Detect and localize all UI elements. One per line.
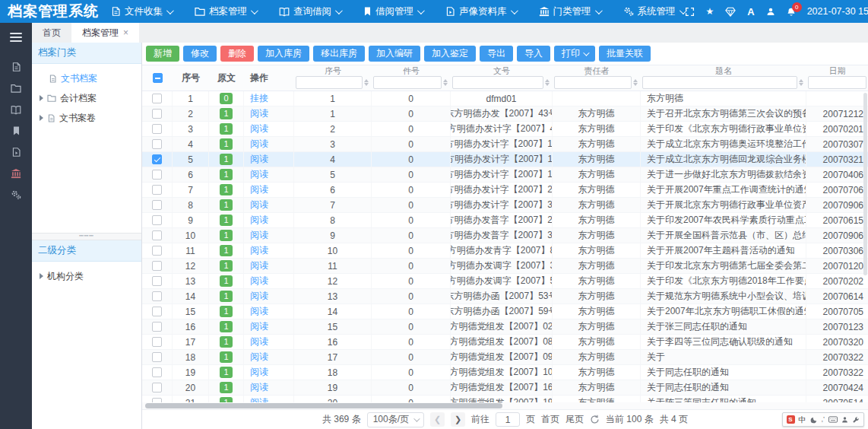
- row-checkbox[interactable]: [152, 276, 162, 286]
- row-checkbox[interactable]: [152, 185, 162, 195]
- table-row[interactable]: 191阅读180东方明德党组发【2007】10号东方明德关于同志任职的通知200…: [142, 365, 868, 380]
- filter-input-件号[interactable]: [373, 76, 442, 89]
- tree-item-会计档案[interactable]: 会计档案: [32, 88, 141, 108]
- gears-icon[interactable]: [11, 189, 21, 201]
- operation-link[interactable]: 阅读: [250, 366, 268, 379]
- folder-icon[interactable]: [11, 82, 21, 94]
- operation-link[interactable]: 阅读: [250, 107, 268, 120]
- operation-link[interactable]: 阅读: [250, 396, 268, 402]
- operation-link[interactable]: 阅读: [250, 214, 268, 227]
- operation-link[interactable]: 阅读: [250, 229, 268, 242]
- row-checkbox[interactable]: [152, 200, 162, 210]
- original-count-badge[interactable]: 1: [220, 169, 233, 180]
- operation-link[interactable]: 阅读: [250, 335, 268, 348]
- operation-link[interactable]: 阅读: [250, 244, 268, 257]
- 加入鉴定-button[interactable]: 加入鉴定: [424, 46, 476, 62]
- table-row[interactable]: 211阅读200东方明德党组发【2007】19号东方明德关于陈三等同志任职的通知…: [142, 396, 868, 402]
- original-count-badge[interactable]: 1: [220, 230, 233, 241]
- operation-link[interactable]: 阅读: [250, 183, 268, 196]
- 删除-button[interactable]: 删除: [220, 46, 254, 62]
- keyboard-icon[interactable]: [828, 416, 838, 423]
- tree-item-机构分类[interactable]: 机构分类: [32, 266, 141, 286]
- table-row[interactable]: 21阅读10东方明德办发【2007】43号东方明德关于召开北京东方明德第三次会议…: [142, 106, 868, 122]
- original-count-badge[interactable]: 1: [220, 397, 233, 402]
- file-doc-icon[interactable]: [11, 61, 21, 73]
- table-row[interactable]: 131阅读120东方明德办发调字【2007】5号东方明德关于印发《北京东方明德2…: [142, 274, 868, 289]
- book-icon[interactable]: [11, 103, 21, 116]
- original-count-badge[interactable]: 1: [220, 351, 233, 363]
- sort-desc-icon[interactable]: [545, 83, 550, 86]
- row-checkbox[interactable]: [152, 383, 162, 392]
- original-count-badge[interactable]: 1: [220, 214, 233, 226]
- sort-desc-icon[interactable]: [443, 83, 448, 86]
- table-row[interactable]: 31阅读20东方明德办发计字【2007】4号东方明德关于印发《北京东方明德行政事…: [142, 122, 868, 137]
- font-size-icon[interactable]: A: [747, 6, 754, 17]
- table-row[interactable]: 51阅读40东方明德办发计字【2007】11号东方明德关于成立北京东方明德回龙观…: [142, 152, 868, 167]
- horizontal-scrollbar-thumb[interactable]: [145, 403, 502, 408]
- sort-icons[interactable]: [442, 79, 449, 86]
- next-page-button[interactable]: ❯: [451, 412, 465, 427]
- table-row[interactable]: 91阅读80东方明德办发普字【2007】25号东方明德关于印发2007年农民科学…: [142, 213, 868, 228]
- 导出-button[interactable]: 导出: [480, 46, 513, 62]
- row-checkbox[interactable]: [152, 139, 162, 149]
- row-checkbox[interactable]: [152, 291, 162, 301]
- original-count-badge[interactable]: 1: [220, 154, 233, 165]
- wrench-icon[interactable]: [852, 416, 860, 424]
- panel-splitter[interactable]: ┉┉┉: [32, 233, 141, 240]
- row-checkbox[interactable]: [152, 246, 162, 256]
- 打印-button[interactable]: 打印: [554, 46, 595, 62]
- filter-input-责任者[interactable]: [554, 76, 632, 89]
- 修改-button[interactable]: 修改: [183, 46, 217, 62]
- filter-input-文号[interactable]: [452, 76, 543, 89]
- operation-link[interactable]: 挂接: [250, 92, 268, 105]
- original-count-badge[interactable]: 1: [220, 245, 233, 256]
- original-count-badge[interactable]: 1: [220, 336, 233, 348]
- operation-link[interactable]: 阅读: [250, 199, 268, 211]
- row-checkbox[interactable]: [152, 337, 162, 347]
- row-checkbox[interactable]: [152, 352, 162, 362]
- table-row[interactable]: 81阅读70东方明德办发计字【2007】33号东方明德关于开展北京东方明德行政事…: [142, 198, 868, 213]
- table-row[interactable]: 101阅读90东方明德办发普字【2007】32号东方明德关于开展全国科普示范县（…: [142, 228, 868, 243]
- original-count-badge[interactable]: 1: [220, 199, 233, 211]
- sort-asc-icon[interactable]: [633, 79, 638, 82]
- original-count-badge[interactable]: 0: [220, 93, 233, 104]
- operation-link[interactable]: 阅读: [250, 153, 268, 166]
- original-count-badge[interactable]: 1: [220, 138, 233, 150]
- operation-link[interactable]: 阅读: [250, 138, 268, 151]
- row-checkbox[interactable]: [152, 154, 162, 164]
- menu-3[interactable]: 查询借阅: [279, 5, 341, 18]
- sort-icons[interactable]: [797, 79, 805, 86]
- tab-首页[interactable]: 首页: [32, 23, 71, 43]
- sort-desc-icon[interactable]: [799, 83, 803, 86]
- tab-档案管理[interactable]: 档案管理×: [71, 23, 139, 43]
- bookmark-icon[interactable]: [12, 125, 21, 137]
- bell-icon[interactable]: 0: [787, 7, 796, 17]
- operation-link[interactable]: 阅读: [250, 275, 268, 288]
- operation-link[interactable]: 阅读: [250, 320, 268, 333]
- sort-asc-icon[interactable]: [545, 79, 550, 82]
- expand-arrow-icon[interactable]: [40, 115, 43, 121]
- table-row[interactable]: 121阅读110东方明德办发调字【2007】3号东方明德关于印发北京东方明德第七…: [142, 259, 868, 274]
- table-row[interactable]: 161阅读150东方明德党组发【2007】02号东方明德关于张三同志任职的通知2…: [142, 319, 868, 335]
- gem-icon[interactable]: [725, 7, 736, 17]
- 新增-button[interactable]: 新增: [146, 46, 179, 62]
- user-icon[interactable]: [766, 7, 775, 17]
- chinese-mode-icon[interactable]: 中: [799, 415, 806, 425]
- sort-asc-icon[interactable]: [443, 79, 448, 82]
- 加入库房-button[interactable]: 加入库房: [258, 46, 309, 62]
- original-count-badge[interactable]: 1: [220, 275, 233, 287]
- 导入-button[interactable]: 导入: [517, 46, 550, 62]
- table-row[interactable]: 201阅读190东方明德党组发【2007】16号东方明德关于同志任职的通知200…: [142, 380, 868, 396]
- select-all-checkbox[interactable]: [153, 73, 163, 83]
- filter-input-日期[interactable]: [808, 76, 866, 89]
- close-icon[interactable]: ×: [123, 28, 128, 37]
- table-row[interactable]: 10挂接10dfmd01东方明德: [142, 91, 868, 106]
- sort-asc-icon[interactable]: [364, 79, 369, 82]
- original-count-badge[interactable]: 1: [220, 382, 233, 393]
- sogou-icon[interactable]: S: [787, 415, 795, 424]
- table-row[interactable]: 61阅读50东方明德办发计字【2007】15号东方明德关于进一步做好北京东方明德…: [142, 167, 868, 183]
- sort-icons[interactable]: [543, 79, 551, 86]
- row-checkbox[interactable]: [152, 230, 162, 240]
- original-count-badge[interactable]: 1: [220, 260, 233, 272]
- sort-icons[interactable]: [632, 79, 639, 86]
